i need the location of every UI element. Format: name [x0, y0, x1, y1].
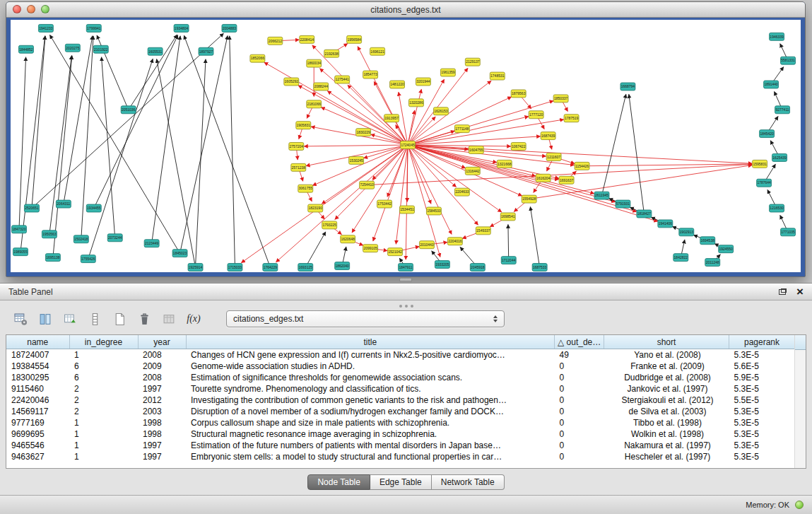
graph-edge[interactable] — [304, 145, 404, 146]
graph-node[interactable]: 1316442 — [465, 167, 480, 175]
column-header[interactable]: year — [138, 335, 186, 349]
graph-edge[interactable] — [780, 215, 787, 228]
graph-node[interactable]: 1777120 — [529, 111, 543, 119]
graph-edge[interactable] — [307, 107, 312, 119]
new-column-button[interactable] — [110, 310, 129, 328]
table-cell[interactable]: 1998 — [138, 428, 186, 440]
graph-edge[interactable] — [322, 147, 405, 204]
graph-node[interactable]: 1554928 — [522, 195, 536, 203]
graph-edge[interactable] — [300, 171, 303, 182]
graph-edge[interactable] — [50, 35, 178, 250]
table-cell[interactable]: Nakamura et al. (1997) — [604, 440, 729, 451]
table-cell[interactable]: Dudbridge et al. (2008) — [604, 372, 729, 383]
table-cell[interactable]: Estimation of significance thresholds fo… — [186, 372, 555, 383]
graph-node[interactable]: 1823190 — [308, 204, 323, 212]
table-row[interactable]: 1872400712008Changes of HCN gene express… — [6, 349, 795, 361]
table-cell[interactable]: Tourette syndrome. Phenomenology and cla… — [186, 383, 555, 395]
table-cell[interactable]: 1 — [69, 440, 138, 451]
graph-edge[interactable] — [396, 148, 407, 244]
graph-edge[interactable] — [411, 146, 559, 178]
table-cell[interactable]: 6 — [69, 361, 138, 372]
network-selector-combobox[interactable]: citations_edges.txt — [226, 310, 505, 327]
graph-node[interactable]: 1481220 — [390, 81, 405, 88]
graph-node[interactable]: 1694538 — [700, 237, 715, 245]
graph-edge[interactable] — [102, 57, 115, 235]
table-cell[interactable]: 18724007 — [6, 349, 69, 361]
graph-edge[interactable] — [321, 107, 404, 144]
graph-node[interactable]: 1961359 — [440, 69, 455, 76]
graph-node[interactable]: 1604755 — [469, 146, 483, 154]
table-cell[interactable]: 19384554 — [6, 361, 69, 372]
graph-node[interactable]: 1534451 — [400, 206, 415, 214]
graph-node[interactable]: 1502418 — [73, 235, 88, 243]
table-cell[interactable]: 0 — [555, 440, 604, 451]
graph-node[interactable]: 1067422 — [511, 143, 526, 151]
graph-edge[interactable] — [563, 102, 567, 112]
graph-edge[interactable] — [603, 94, 626, 192]
table-cell[interactable]: 0 — [555, 417, 604, 428]
memory-ok-indicator-icon[interactable] — [795, 501, 804, 509]
graph-node[interactable]: 2088244 — [314, 83, 329, 90]
table-cell[interactable]: Structural magnetic resonance image aver… — [186, 428, 555, 440]
table-cell[interactable]: 0 — [555, 406, 604, 417]
graph-edge[interactable] — [773, 67, 784, 82]
graph-node[interactable]: 1687439 — [541, 132, 555, 140]
graph-node[interactable]: 2004883 — [222, 24, 237, 32]
table-cell[interactable]: Hescheler et al. (1997) — [604, 451, 729, 462]
table-cell[interactable]: 1997 — [138, 440, 186, 451]
graph-edge[interactable] — [508, 224, 509, 257]
window-titlebar[interactable]: citations_edges.txt — [6, 2, 805, 18]
graph-edge[interactable] — [780, 44, 787, 57]
graph-node[interactable]: 1787519 — [564, 115, 579, 122]
table-cell[interactable]: Corpus callosum shape and size in male p… — [186, 417, 555, 428]
graph-node[interactable]: 1695138 — [45, 254, 60, 262]
graph-edge[interactable] — [767, 189, 775, 205]
table-cell[interactable]: 0 — [555, 451, 604, 462]
graph-node[interactable]: 1764229 — [263, 264, 278, 271]
graph-node[interactable]: 1616204 — [536, 174, 551, 182]
tab-edge-table[interactable]: Edge Table — [370, 474, 432, 490]
graph-node[interactable]: 1941233 — [38, 24, 53, 32]
graph-edge[interactable] — [32, 36, 45, 205]
graph-edge[interactable] — [629, 94, 644, 210]
graph-node[interactable]: 2099105 — [363, 245, 378, 252]
table-cell[interactable]: 2012 — [138, 395, 186, 406]
graph-node[interactable]: 2129137 — [465, 58, 480, 66]
table-cell[interactable]: 5.3E-5 — [729, 383, 795, 395]
table-cell[interactable]: Franke et al. (2009) — [604, 361, 729, 372]
graph-node[interactable]: 1941406 — [658, 220, 673, 228]
graph-edge[interactable] — [460, 247, 475, 264]
function-builder-button[interactable]: f(x) — [184, 310, 203, 328]
graph-node[interactable]: 1799941 — [86, 24, 101, 32]
table-cell[interactable]: 18300295 — [6, 372, 69, 383]
table-cell[interactable]: 2008 — [138, 372, 186, 383]
graph-node[interactable]: 2611945 — [594, 192, 609, 199]
table-row[interactable]: 1456911722003Disruption of a novel membe… — [6, 406, 795, 417]
tab-node-table[interactable]: Node Table — [307, 474, 370, 490]
graph-node[interactable]: 3061755 — [298, 185, 313, 192]
table-row[interactable]: 2242004622012Investigating the contribut… — [6, 395, 795, 406]
table-vertical-scrollbar[interactable] — [794, 335, 806, 468]
graph-node[interactable]: 1595831 — [753, 160, 767, 168]
graph-node[interactable]: 1847911 — [399, 264, 413, 271]
graph-node[interactable]: 5791931 — [616, 200, 630, 208]
graph-node[interactable]: 2073244 — [107, 234, 122, 242]
graph-node[interactable]: 1605292 — [284, 78, 299, 86]
graph-node[interactable]: 1925914 — [188, 264, 203, 271]
graph-node[interactable]: 1693125 — [298, 264, 313, 271]
table-cell[interactable]: 9463627 — [6, 451, 69, 462]
graph-node[interactable]: 2757204 — [289, 143, 304, 151]
table-cell[interactable]: 5.3E-5 — [729, 440, 795, 451]
graph-node[interactable]: 2204016 — [447, 238, 462, 245]
graph-node[interactable]: 2192638 — [324, 49, 339, 57]
graph-node[interactable]: 1668794 — [620, 83, 635, 90]
table-cell[interactable]: 5.3E-5 — [729, 451, 795, 462]
graph-edge[interactable] — [181, 36, 228, 250]
select-columns-button[interactable] — [36, 310, 54, 328]
panel-resize-grip[interactable] — [392, 305, 420, 308]
graph-node[interactable]: 1771035 — [781, 228, 796, 236]
table-cell[interactable]: Tibbo et al. (1998) — [604, 417, 729, 428]
graph-edge[interactable] — [681, 240, 684, 254]
graph-node[interactable]: 2571238 — [291, 163, 306, 171]
table-cell[interactable]: 5.3E-5 — [729, 349, 795, 361]
